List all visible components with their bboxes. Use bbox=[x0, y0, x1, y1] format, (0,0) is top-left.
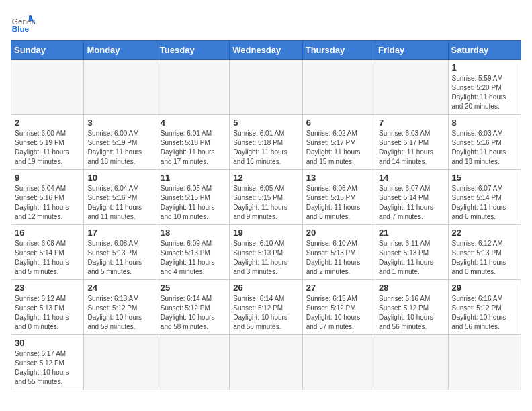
day-number: 18 bbox=[161, 228, 226, 238]
day-sun-info: Sunrise: 6:03 AM Sunset: 5:16 PM Dayligh… bbox=[452, 129, 517, 167]
day-number: 19 bbox=[233, 228, 298, 238]
calendar-day-cell bbox=[375, 335, 448, 390]
calendar-day-cell: 15Sunrise: 6:07 AM Sunset: 5:14 PM Dayli… bbox=[448, 170, 521, 225]
day-number: 10 bbox=[87, 173, 152, 183]
calendar-day-cell: 16Sunrise: 6:08 AM Sunset: 5:14 PM Dayli… bbox=[11, 225, 84, 280]
calendar-day-cell bbox=[84, 335, 157, 390]
day-number: 9 bbox=[15, 173, 80, 183]
day-sun-info: Sunrise: 6:09 AM Sunset: 5:13 PM Dayligh… bbox=[161, 239, 226, 277]
calendar-day-cell: 10Sunrise: 6:04 AM Sunset: 5:16 PM Dayli… bbox=[84, 170, 157, 225]
calendar-day-cell: 8Sunrise: 6:03 AM Sunset: 5:16 PM Daylig… bbox=[448, 115, 521, 170]
calendar-week-row: 30Sunrise: 6:17 AM Sunset: 5:12 PM Dayli… bbox=[11, 335, 521, 390]
weekday-header-sunday: Sunday bbox=[11, 41, 84, 60]
weekday-header-monday: Monday bbox=[84, 41, 157, 60]
day-sun-info: Sunrise: 6:16 AM Sunset: 5:12 PM Dayligh… bbox=[379, 294, 444, 332]
calendar-week-row: 2Sunrise: 6:00 AM Sunset: 5:19 PM Daylig… bbox=[11, 115, 521, 170]
calendar-table: SundayMondayTuesdayWednesdayThursdayFrid… bbox=[11, 40, 521, 390]
day-sun-info: Sunrise: 6:01 AM Sunset: 5:18 PM Dayligh… bbox=[233, 129, 298, 167]
day-number: 26 bbox=[233, 283, 298, 293]
day-sun-info: Sunrise: 6:04 AM Sunset: 5:16 PM Dayligh… bbox=[87, 184, 152, 222]
day-sun-info: Sunrise: 6:16 AM Sunset: 5:12 PM Dayligh… bbox=[452, 294, 517, 332]
calendar-week-row: 23Sunrise: 6:12 AM Sunset: 5:13 PM Dayli… bbox=[11, 280, 521, 335]
day-number: 8 bbox=[452, 118, 517, 128]
generalblue-logo-icon: General Blue bbox=[11, 11, 35, 35]
day-number: 25 bbox=[161, 283, 226, 293]
day-sun-info: Sunrise: 6:08 AM Sunset: 5:13 PM Dayligh… bbox=[87, 239, 152, 277]
day-sun-info: Sunrise: 6:04 AM Sunset: 5:16 PM Dayligh… bbox=[15, 184, 80, 222]
day-sun-info: Sunrise: 6:12 AM Sunset: 5:13 PM Dayligh… bbox=[452, 239, 517, 277]
day-number: 6 bbox=[306, 118, 371, 128]
weekday-header-wednesday: Wednesday bbox=[230, 41, 302, 60]
day-number: 5 bbox=[233, 118, 298, 128]
calendar-day-cell: 9Sunrise: 6:04 AM Sunset: 5:16 PM Daylig… bbox=[11, 170, 84, 225]
calendar-day-cell: 2Sunrise: 6:00 AM Sunset: 5:19 PM Daylig… bbox=[11, 115, 84, 170]
day-sun-info: Sunrise: 6:00 AM Sunset: 5:19 PM Dayligh… bbox=[87, 129, 152, 167]
calendar-day-cell bbox=[448, 335, 521, 390]
weekday-header-row: SundayMondayTuesdayWednesdayThursdayFrid… bbox=[11, 41, 521, 60]
calendar-day-cell: 6Sunrise: 6:02 AM Sunset: 5:17 PM Daylig… bbox=[302, 115, 375, 170]
day-number: 13 bbox=[306, 173, 371, 183]
day-sun-info: Sunrise: 6:06 AM Sunset: 5:15 PM Dayligh… bbox=[306, 184, 371, 222]
calendar-day-cell bbox=[157, 335, 229, 390]
day-number: 16 bbox=[15, 228, 80, 238]
day-sun-info: Sunrise: 6:12 AM Sunset: 5:13 PM Dayligh… bbox=[15, 294, 80, 332]
calendar-day-cell bbox=[302, 335, 375, 390]
day-number: 14 bbox=[379, 173, 444, 183]
day-sun-info: Sunrise: 6:11 AM Sunset: 5:13 PM Dayligh… bbox=[379, 239, 444, 277]
calendar-day-cell: 12Sunrise: 6:05 AM Sunset: 5:15 PM Dayli… bbox=[230, 170, 302, 225]
day-sun-info: Sunrise: 6:05 AM Sunset: 5:15 PM Dayligh… bbox=[161, 184, 226, 222]
calendar-day-cell bbox=[375, 60, 448, 115]
calendar-week-row: 9Sunrise: 6:04 AM Sunset: 5:16 PM Daylig… bbox=[11, 170, 521, 225]
calendar-day-cell: 20Sunrise: 6:10 AM Sunset: 5:13 PM Dayli… bbox=[302, 225, 375, 280]
calendar-day-cell: 19Sunrise: 6:10 AM Sunset: 5:13 PM Dayli… bbox=[230, 225, 302, 280]
day-sun-info: Sunrise: 6:14 AM Sunset: 5:12 PM Dayligh… bbox=[233, 294, 298, 332]
day-number: 17 bbox=[87, 228, 152, 238]
calendar-day-cell: 5Sunrise: 6:01 AM Sunset: 5:18 PM Daylig… bbox=[230, 115, 302, 170]
calendar-week-row: 16Sunrise: 6:08 AM Sunset: 5:14 PM Dayli… bbox=[11, 225, 521, 280]
day-sun-info: Sunrise: 6:14 AM Sunset: 5:12 PM Dayligh… bbox=[161, 294, 226, 332]
day-number: 24 bbox=[87, 283, 152, 293]
day-sun-info: Sunrise: 6:00 AM Sunset: 5:19 PM Dayligh… bbox=[15, 129, 80, 167]
day-sun-info: Sunrise: 6:03 AM Sunset: 5:17 PM Dayligh… bbox=[379, 129, 444, 167]
day-number: 20 bbox=[306, 228, 371, 238]
calendar-day-cell: 13Sunrise: 6:06 AM Sunset: 5:15 PM Dayli… bbox=[302, 170, 375, 225]
day-number: 29 bbox=[452, 283, 517, 293]
weekday-header-tuesday: Tuesday bbox=[157, 41, 229, 60]
calendar-day-cell: 7Sunrise: 6:03 AM Sunset: 5:17 PM Daylig… bbox=[375, 115, 448, 170]
weekday-header-friday: Friday bbox=[375, 41, 448, 60]
calendar-day-cell: 27Sunrise: 6:15 AM Sunset: 5:12 PM Dayli… bbox=[302, 280, 375, 335]
day-sun-info: Sunrise: 6:15 AM Sunset: 5:12 PM Dayligh… bbox=[306, 294, 371, 332]
day-number: 27 bbox=[306, 283, 371, 293]
day-sun-info: Sunrise: 6:08 AM Sunset: 5:14 PM Dayligh… bbox=[15, 239, 80, 277]
day-sun-info: Sunrise: 6:17 AM Sunset: 5:12 PM Dayligh… bbox=[15, 349, 80, 387]
day-sun-info: Sunrise: 6:05 AM Sunset: 5:15 PM Dayligh… bbox=[233, 184, 298, 222]
calendar-day-cell bbox=[157, 60, 229, 115]
day-number: 15 bbox=[452, 173, 517, 183]
calendar-week-row: 1Sunrise: 5:59 AM Sunset: 5:20 PM Daylig… bbox=[11, 60, 521, 115]
day-sun-info: Sunrise: 5:59 AM Sunset: 5:20 PM Dayligh… bbox=[452, 74, 517, 111]
calendar-day-cell bbox=[84, 60, 157, 115]
weekday-header-saturday: Saturday bbox=[448, 41, 521, 60]
day-sun-info: Sunrise: 6:10 AM Sunset: 5:13 PM Dayligh… bbox=[233, 239, 298, 277]
calendar-day-cell: 4Sunrise: 6:01 AM Sunset: 5:18 PM Daylig… bbox=[157, 115, 229, 170]
calendar-day-cell: 11Sunrise: 6:05 AM Sunset: 5:15 PM Dayli… bbox=[157, 170, 229, 225]
day-number: 7 bbox=[379, 118, 444, 128]
day-number: 28 bbox=[379, 283, 444, 293]
calendar-day-cell bbox=[230, 60, 302, 115]
calendar-day-cell: 14Sunrise: 6:07 AM Sunset: 5:14 PM Dayli… bbox=[375, 170, 448, 225]
day-number: 11 bbox=[161, 173, 226, 183]
calendar-day-cell: 29Sunrise: 6:16 AM Sunset: 5:12 PM Dayli… bbox=[448, 280, 521, 335]
day-number: 3 bbox=[87, 118, 152, 128]
calendar-day-cell bbox=[230, 335, 302, 390]
calendar-day-cell: 21Sunrise: 6:11 AM Sunset: 5:13 PM Dayli… bbox=[375, 225, 448, 280]
calendar-day-cell bbox=[11, 60, 84, 115]
calendar-day-cell: 3Sunrise: 6:00 AM Sunset: 5:19 PM Daylig… bbox=[84, 115, 157, 170]
calendar-day-cell: 23Sunrise: 6:12 AM Sunset: 5:13 PM Dayli… bbox=[11, 280, 84, 335]
day-sun-info: Sunrise: 6:13 AM Sunset: 5:12 PM Dayligh… bbox=[87, 294, 152, 332]
page-header: General Blue bbox=[11, 11, 521, 35]
day-sun-info: Sunrise: 6:07 AM Sunset: 5:14 PM Dayligh… bbox=[452, 184, 517, 222]
calendar-day-cell: 25Sunrise: 6:14 AM Sunset: 5:12 PM Dayli… bbox=[157, 280, 229, 335]
day-number: 22 bbox=[452, 228, 517, 238]
calendar-day-cell: 17Sunrise: 6:08 AM Sunset: 5:13 PM Dayli… bbox=[84, 225, 157, 280]
calendar-day-cell: 28Sunrise: 6:16 AM Sunset: 5:12 PM Dayli… bbox=[375, 280, 448, 335]
